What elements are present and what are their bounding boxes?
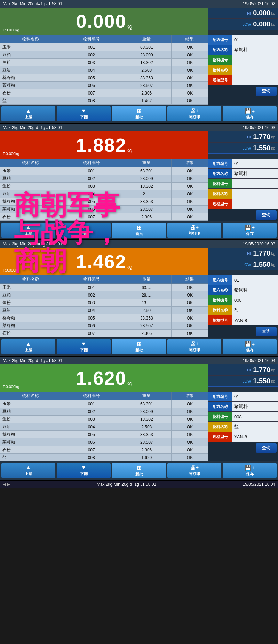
table-cell: 2.306 bbox=[122, 89, 171, 97]
btn-print-icon: 🖨+ bbox=[190, 108, 199, 114]
table-cell: 28.… bbox=[122, 291, 171, 299]
table-header: 物料编号 bbox=[61, 159, 122, 167]
info-value: 01 bbox=[232, 275, 278, 285]
table-header: 物料编号 bbox=[61, 35, 122, 43]
info-label: 规格型号 bbox=[208, 199, 232, 209]
table-cell: 005 bbox=[61, 431, 122, 438]
table-cell: OK bbox=[171, 307, 208, 314]
info-row-3: 物料名称 bbox=[208, 189, 278, 199]
query-button[interactable]: 查询 bbox=[256, 210, 277, 220]
btn-print[interactable]: 🖨+补打印 bbox=[167, 223, 221, 238]
table-cell: OK bbox=[171, 167, 208, 175]
weight-right: HI 1.770 kg LOW 1.550 kg bbox=[208, 131, 278, 159]
table-cell: OK bbox=[171, 66, 208, 74]
btn-up-label: 上翻 bbox=[25, 471, 32, 476]
btn-print[interactable]: 🖨+补打印 bbox=[167, 463, 221, 478]
datetime-label: 19/05/2021 16:02 bbox=[243, 1, 275, 6]
table-section: 物料名称物料编号重量结果玉米00163.…OK豆粕00228.…OK鱼粉0031… bbox=[0, 275, 208, 338]
btn-print[interactable]: 🖨+补打印 bbox=[167, 339, 221, 354]
table-cell: OK bbox=[171, 74, 208, 82]
table-row: 石粉0072.306OK bbox=[0, 446, 208, 454]
btn-new[interactable]: ⊞新批 bbox=[112, 339, 166, 354]
table-row: 玉米00163.301OK bbox=[0, 400, 208, 408]
btn-new[interactable]: ⊞新批 bbox=[112, 463, 166, 478]
table-row: 豆油0042.…OK bbox=[0, 190, 208, 198]
table-section: 物料名称物料编号重量结果玉米00163.301OK豆粕00228.009OK鱼粉… bbox=[0, 392, 208, 461]
btn-save[interactable]: 💾+保存 bbox=[223, 463, 277, 478]
btn-up[interactable]: ▲上翻 bbox=[1, 463, 55, 478]
weight-right: HI 1.770 kg LOW 1.550 kg bbox=[208, 248, 278, 275]
table-cell: 007 bbox=[61, 446, 122, 454]
table-section: 物料名称物料编号重量结果玉米00163.301OK豆粕00228.009OK鱼粉… bbox=[0, 159, 208, 221]
table-row: 菜籽粕00628.507OK bbox=[0, 206, 208, 213]
btn-down[interactable]: ▼下翻 bbox=[57, 106, 111, 121]
btn-save[interactable]: 💾+保存 bbox=[223, 223, 277, 238]
info-label: 物料编号 bbox=[208, 55, 232, 65]
table-cell: 003 bbox=[61, 416, 122, 423]
table-cell: 004 bbox=[61, 66, 122, 74]
query-button[interactable]: 查询 bbox=[256, 443, 277, 453]
table-header: 物料名称 bbox=[0, 275, 61, 284]
weight-unit: kg bbox=[127, 380, 133, 387]
table-cell: OK bbox=[171, 446, 208, 454]
btn-down[interactable]: ▼下翻 bbox=[57, 463, 111, 478]
query-btn-row: 查询 bbox=[208, 442, 278, 454]
query-button[interactable]: 查询 bbox=[256, 87, 277, 96]
btn-new[interactable]: ⊞新批 bbox=[112, 223, 166, 238]
btn-save[interactable]: 💾+保存 bbox=[223, 106, 277, 121]
btn-down[interactable]: ▼下翻 bbox=[57, 339, 111, 354]
btn-new[interactable]: ⊞新批 bbox=[112, 106, 166, 121]
bottom-status-bar: ◀ ▶ Max 2kg Min 20g d=1g J1.58.01 19/05/… bbox=[0, 481, 278, 488]
btn-up[interactable]: ▲上翻 bbox=[1, 223, 55, 238]
spec-label: Max 2kg Min 20g d=1g J1.58.01 bbox=[3, 242, 62, 247]
table-cell: 006 bbox=[61, 438, 122, 446]
spec-label: Max 2kg Min 20g d=1g J1.58.01 bbox=[3, 125, 62, 130]
table-cell: 棉籽粕 bbox=[0, 431, 61, 438]
table-row: 鱼粉00313.302OK bbox=[0, 183, 208, 190]
info-row-1: 配方名称猪饲料 bbox=[208, 285, 278, 295]
table-cell: 33.353 bbox=[122, 198, 171, 206]
info-row-0: 配方编号01 bbox=[208, 275, 278, 285]
hi-value: 1.770 bbox=[253, 366, 270, 374]
top-bar: Max 2kg Min 20g d=1g J1.58.01 19/05/2021… bbox=[0, 0, 278, 8]
table-cell: 2.… bbox=[122, 190, 171, 198]
info-label: 规格型号 bbox=[208, 315, 232, 325]
btn-save-icon: 💾+ bbox=[245, 465, 255, 471]
table-row: 棉籽粕00533.353OK bbox=[0, 74, 208, 82]
table-cell: 004 bbox=[61, 423, 122, 431]
hi-label: HI bbox=[247, 11, 251, 15]
hi-label: HI bbox=[247, 135, 251, 139]
info-panel: 配方编号01配方名称猪饲料物料编号物料名称规格型号查询 bbox=[208, 35, 278, 105]
table-cell: 002 bbox=[61, 291, 122, 299]
table-cell: 001 bbox=[61, 43, 122, 51]
btn-down-icon: ▼ bbox=[81, 465, 87, 471]
table-cell: 005 bbox=[61, 74, 122, 82]
table-cell: 005 bbox=[61, 314, 122, 322]
info-panel: 配方编号01配方名称猪饲料物料编号008物料名称盐规格型号YAN-8查询 bbox=[208, 275, 278, 338]
btn-save[interactable]: 💾+保存 bbox=[223, 339, 277, 354]
info-value: YAN-8 bbox=[232, 432, 278, 442]
btn-save-icon: 💾+ bbox=[245, 108, 255, 114]
table-cell: OK bbox=[171, 175, 208, 183]
table-cell: 2.306 bbox=[122, 213, 171, 221]
table-cell: OK bbox=[171, 97, 208, 105]
table-cell: 33.353 bbox=[122, 431, 171, 438]
info-label: 配方名称 bbox=[208, 45, 232, 55]
btn-print[interactable]: 🖨+补打印 bbox=[167, 106, 221, 121]
datetime-label: 19/05/2021 16:04 bbox=[243, 358, 275, 363]
table-cell: 003 bbox=[61, 59, 122, 66]
info-label: 配方编号 bbox=[208, 392, 232, 401]
table-cell: 石粉 bbox=[0, 446, 61, 454]
table-cell: OK bbox=[171, 330, 208, 337]
data-table: 物料名称物料编号重量结果玉米00163.…OK豆粕00228.…OK鱼粉0031… bbox=[0, 275, 208, 337]
btn-up[interactable]: ▲上翻 bbox=[1, 339, 55, 354]
table-header: 物料编号 bbox=[61, 275, 122, 284]
btn-down[interactable]: ▼下翻 bbox=[57, 223, 111, 238]
info-value: 008 bbox=[232, 412, 278, 421]
query-button[interactable]: 查询 bbox=[256, 327, 277, 336]
table-cell: 2.508 bbox=[122, 66, 171, 74]
btn-new-icon: ⊞ bbox=[137, 465, 141, 471]
btn-up[interactable]: ▲上翻 bbox=[1, 106, 55, 121]
info-value: 01 bbox=[232, 392, 278, 401]
weight-display-area: 1.462 kg T:0.000kg HI 1.770 kg LOW 1.550… bbox=[0, 248, 278, 275]
